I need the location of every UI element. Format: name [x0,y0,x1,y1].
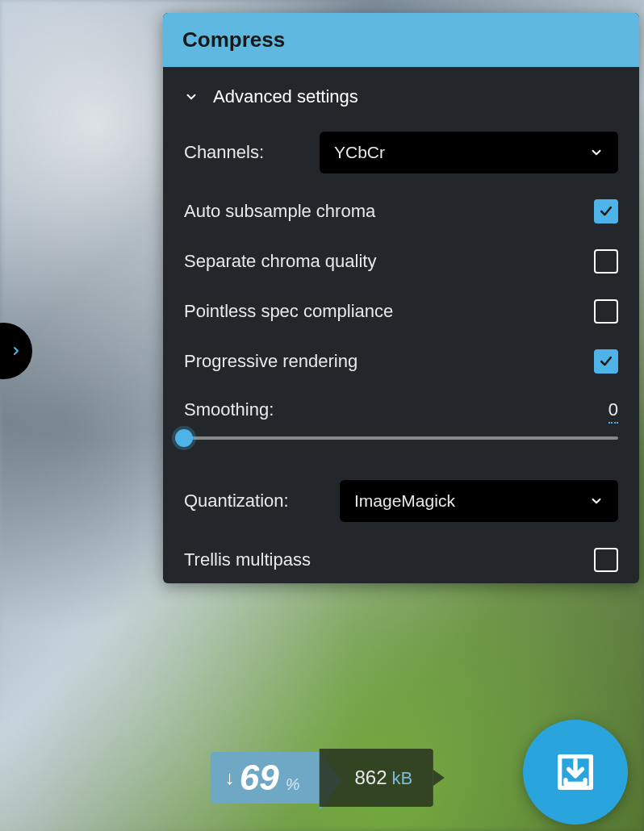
separate-chroma-row: Separate chroma quality [184,249,618,274]
chevron-down-icon [184,90,199,104]
result-bar: ↓ 69 % 862 kB [211,749,433,807]
check-icon [598,203,614,219]
channels-select[interactable]: YCbCr [320,132,618,173]
smoothing-label: Smoothing: [184,399,274,420]
file-size-value: 862 [355,766,387,789]
smoothing-slider-thumb[interactable] [175,429,193,447]
channels-value: YCbCr [334,143,385,162]
pointless-spec-checkbox[interactable] [594,299,618,324]
panel-body: Advanced settings Channels: YCbCr Auto s… [163,67,639,583]
download-icon [552,749,599,796]
auto-subsample-label: Auto subsample chroma [184,201,375,222]
advanced-settings-toggle[interactable]: Advanced settings [184,86,618,107]
quantization-row: Quantization: ImageMagick [184,480,618,522]
compress-panel: Compress Advanced settings Channels: YCb… [163,13,639,583]
reduction-percent: 69 [240,760,279,796]
auto-subsample-checkbox[interactable] [594,199,618,223]
percent-symbol: % [286,775,300,794]
trellis-row: Trellis multipass [184,548,618,572]
smoothing-value[interactable]: 0 [608,399,618,424]
chevron-right-icon [10,345,23,357]
progressive-row: Progressive rendering [184,349,618,374]
quantization-select[interactable]: ImageMagick [340,480,618,522]
channels-label: Channels: [184,142,264,163]
trellis-checkbox[interactable] [594,548,618,572]
quantization-value: ImageMagick [354,491,455,511]
pointless-spec-label: Pointless spec compliance [184,301,393,322]
check-icon [598,353,614,370]
smoothing-slider[interactable] [184,436,618,440]
quantization-label: Quantization: [184,491,289,512]
chevron-down-icon [589,145,604,160]
trellis-label: Trellis multipass [184,549,311,570]
reduction-badge: ↓ 69 % [211,752,320,804]
smoothing-row: Smoothing: 0 [184,399,618,440]
pointless-spec-row: Pointless spec compliance [184,299,618,324]
down-arrow-icon: ↓ [225,766,235,789]
file-size-badge: 862 kB [320,749,434,807]
progressive-label: Progressive rendering [184,351,358,372]
auto-subsample-row: Auto subsample chroma [184,199,618,223]
file-size-unit: kB [392,768,413,789]
progressive-checkbox[interactable] [594,349,618,374]
channels-row: Channels: YCbCr [184,132,618,173]
download-button[interactable] [523,720,628,825]
separate-chroma-checkbox[interactable] [594,249,618,274]
advanced-settings-label: Advanced settings [213,86,358,107]
panel-title: Compress [163,13,639,67]
separate-chroma-label: Separate chroma quality [184,251,376,272]
chevron-down-icon [589,494,604,508]
